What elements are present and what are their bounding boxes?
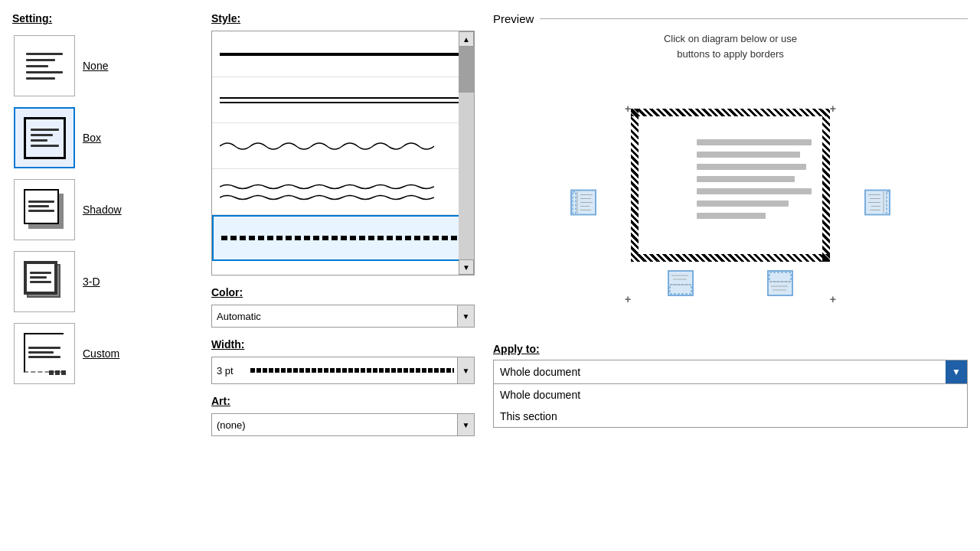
border-btn-left-outer[interactable] (570, 189, 597, 219)
color-section: Color: Automatic ▼ (211, 286, 475, 328)
width-value: 3 pt (217, 365, 247, 377)
width-section: Width: 3 pt ▼ (211, 338, 475, 384)
setting-3d-icon (14, 251, 75, 312)
apply-selected-value: Whole document (500, 366, 946, 378)
art-dropdown[interactable]: (none) ▼ (211, 413, 475, 436)
preview-panel: Preview Click on diagram below or use bu… (487, 12, 968, 539)
preview-instruction: Click on diagram below or use buttons to… (493, 31, 968, 61)
apply-dropdown-arrow[interactable]: ▼ (946, 360, 967, 383)
width-dropdown[interactable]: 3 pt ▼ (211, 357, 475, 384)
doc-preview-wrapper: + + + + (631, 109, 830, 299)
color-value: Automatic (217, 311, 457, 322)
art-title: Art: (211, 395, 475, 407)
apply-option-this-section[interactable]: This section (494, 406, 967, 427)
art-value: (none) (217, 419, 457, 431)
style-title: Style: (211, 12, 475, 24)
svg-rect-16 (668, 271, 693, 295)
color-dropdown-arrow[interactable]: ▼ (457, 305, 474, 327)
style-item-dash[interactable] (212, 215, 474, 261)
apply-option-whole-doc[interactable]: Whole document (494, 384, 967, 406)
width-title: Width: (211, 338, 475, 350)
apply-dropdown-container: Whole document ▼ Whole document This sec… (493, 360, 968, 428)
setting-box-label: Box (83, 132, 101, 144)
apply-to-section: Apply to: Whole document ▼ Whole documen… (493, 343, 968, 428)
border-btn-bottom-left[interactable] (667, 269, 694, 299)
style-scrollbar-thumb[interactable] (459, 47, 474, 93)
apply-to-title: Apply to: (493, 343, 968, 355)
setting-box-icon (14, 107, 75, 168)
doc-preview[interactable] (631, 109, 830, 262)
setting-none-label: None (83, 60, 108, 72)
style-item-wavy[interactable] (212, 123, 474, 169)
style-panel: Style: (211, 12, 487, 539)
border-btn-right-outer[interactable] (864, 189, 891, 219)
setting-shadow-icon (14, 179, 75, 240)
style-item-solid-thick[interactable] (212, 31, 474, 77)
svg-rect-21 (768, 271, 792, 295)
corner-mark-br: + (830, 293, 836, 305)
setting-3d-label: 3-D (83, 276, 100, 288)
width-dropdown-arrow[interactable]: ▼ (457, 357, 474, 383)
corner-mark-tr: + (830, 103, 836, 115)
setting-3d[interactable]: 3-D (12, 249, 199, 314)
style-item-wavy-double[interactable] (212, 169, 474, 215)
border-btn-bottom-right[interactable] (766, 269, 794, 299)
setting-custom-icon (14, 323, 75, 384)
setting-none[interactable]: None (12, 34, 199, 98)
setting-custom[interactable]: Custom (12, 321, 199, 386)
style-scroll-up[interactable]: ▲ (459, 31, 474, 47)
color-dropdown[interactable]: Automatic ▼ (211, 305, 475, 328)
style-scroll-down[interactable]: ▼ (459, 259, 474, 275)
width-line-preview (250, 368, 454, 373)
doc-content-lines (697, 139, 812, 219)
corner-mark-bl: + (625, 293, 631, 305)
style-list-container: ▲ ▼ (211, 31, 475, 276)
style-item-double[interactable] (212, 77, 474, 123)
setting-custom-label: Custom (83, 347, 119, 360)
corner-mark-tl: + (625, 103, 631, 115)
apply-dropdown[interactable]: Whole document ▼ (493, 360, 968, 384)
setting-shadow[interactable]: Shadow (12, 178, 199, 242)
apply-dropdown-list: Whole document This section (493, 384, 968, 428)
color-title: Color: (211, 286, 475, 298)
art-section: Art: (none) ▼ (211, 395, 475, 436)
setting-shadow-label: Shadow (83, 204, 122, 216)
preview-area: + + + + (547, 73, 914, 334)
setting-panel: Setting: None (12, 12, 211, 539)
art-dropdown-arrow[interactable]: ▼ (457, 414, 474, 435)
setting-title: Setting: (12, 12, 199, 24)
setting-none-icon (14, 35, 75, 96)
style-scrollbar-track (459, 47, 474, 259)
style-list[interactable] (212, 31, 474, 275)
preview-title: Preview (493, 12, 968, 25)
setting-box[interactable]: Box (12, 106, 199, 170)
